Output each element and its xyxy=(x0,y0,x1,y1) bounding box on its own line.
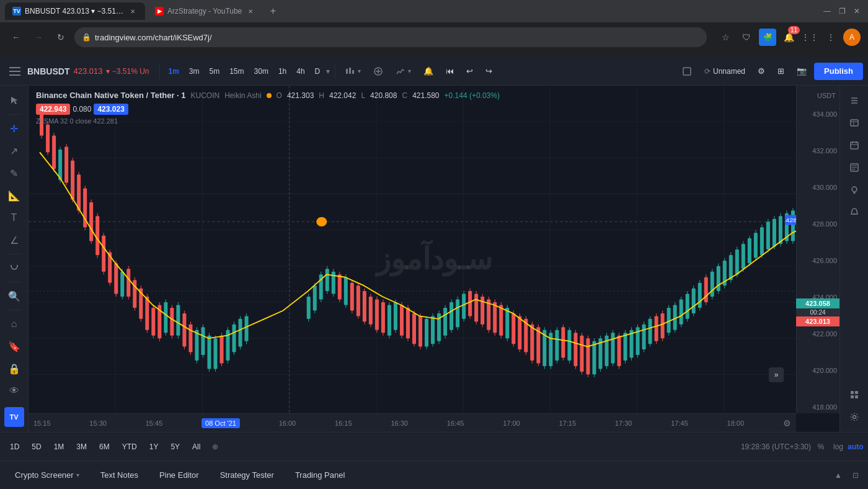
interval-5m[interactable]: 5m xyxy=(206,63,224,80)
browser-tab-2[interactable]: ▶ ArzStrategy - YouTube ✕ xyxy=(148,2,263,20)
auto-toggle[interactable]: auto xyxy=(848,439,863,454)
percent-toggle[interactable]: % xyxy=(813,439,828,454)
chart-type-button[interactable]: ▾ xyxy=(340,63,366,80)
period-ytd[interactable]: YTD xyxy=(117,438,142,455)
footer-expand[interactable]: ⊡ xyxy=(848,468,863,483)
restore-button[interactable]: ❐ xyxy=(836,5,848,17)
period-3m[interactable]: 3M xyxy=(71,438,92,455)
settings-loading-button[interactable]: ⟳ Unnamed xyxy=(699,63,750,80)
tab-close-2[interactable]: ✕ xyxy=(246,6,255,16)
crypto-screener-arrow: ▾ xyxy=(76,472,79,478)
tab-favicon-1: TV xyxy=(12,7,21,16)
chart-area[interactable]: Binance Chain Native Token / Tether · 1 … xyxy=(29,86,839,432)
compare-button[interactable] xyxy=(368,63,388,80)
bookmark-button[interactable]: ☆ xyxy=(717,29,734,46)
period-6m[interactable]: 6M xyxy=(94,438,115,455)
interval-D[interactable]: D xyxy=(311,63,324,80)
period-1y[interactable]: 1Y xyxy=(144,438,164,455)
svg-rect-1 xyxy=(9,71,20,72)
ideas-btn[interactable] xyxy=(844,180,864,200)
alert-icon: 🔔 xyxy=(423,66,433,76)
interval-1h[interactable]: 1h xyxy=(275,63,290,80)
trend-line-tool[interactable]: ↗ xyxy=(4,141,24,161)
watchlist-tool[interactable]: ⌂ xyxy=(4,314,24,334)
magnet-tool[interactable] xyxy=(4,258,24,278)
publish-button[interactable]: Publish xyxy=(814,63,863,80)
interval-4h[interactable]: 4h xyxy=(293,63,308,80)
footer-tab-pine-editor[interactable]: Pine Editor xyxy=(149,465,209,485)
pattern-tool[interactable]: ∠ xyxy=(4,230,24,250)
back-button[interactable]: ← xyxy=(7,29,25,46)
symbol-change: ▾ −3.51% Un xyxy=(106,67,149,76)
lock-tool[interactable]: 🔒 xyxy=(4,359,24,379)
tv-bottom-bar: 1D 5D 1M 3M 6M YTD 1Y 5Y All ⊕ 19:28:36 … xyxy=(0,432,868,460)
compare-period-btn[interactable]: ⊕ xyxy=(208,439,223,454)
ohlc-c-label: C xyxy=(402,91,407,100)
refresh-button[interactable]: ↻ xyxy=(52,29,69,46)
settings-right-btn[interactable] xyxy=(844,407,864,427)
forward-button[interactable]: → xyxy=(30,29,47,46)
log-toggle[interactable]: log xyxy=(831,439,846,454)
zoom-tool[interactable]: 🔍 xyxy=(4,286,24,306)
symbol-info[interactable]: BNBUSDT 423.013 ▾ −3.51% Un xyxy=(27,66,149,76)
alerts-side-tool[interactable]: 🔖 xyxy=(4,336,24,356)
time-settings-icon[interactable]: ⚙ xyxy=(783,418,791,428)
period-5d[interactable]: 5D xyxy=(27,438,46,455)
more-tools-btn[interactable] xyxy=(844,385,864,405)
calendar-btn[interactable] xyxy=(844,135,864,155)
period-1m[interactable]: 1M xyxy=(49,438,69,455)
news-btn[interactable] xyxy=(844,158,864,177)
price-input-left[interactable]: 422.943 xyxy=(36,104,70,115)
undo-button[interactable]: ↩ xyxy=(461,63,478,80)
collapse-arrow[interactable]: » xyxy=(769,367,784,382)
chart-title-row: Binance Chain Native Token / Tether · 1 … xyxy=(36,91,832,100)
alerts-right-btn[interactable] xyxy=(844,202,864,222)
period-all[interactable]: All xyxy=(187,438,205,455)
footer-tab-trading-panel[interactable]: Trading Panel xyxy=(285,465,355,485)
window-controls: — ❐ ✕ xyxy=(821,5,863,17)
tv-logo-bottom[interactable]: TV xyxy=(4,407,24,427)
minimize-button[interactable]: — xyxy=(821,5,833,17)
watchlist-right-btn[interactable] xyxy=(844,91,864,110)
extension-button[interactable]: 🧩 xyxy=(759,29,776,46)
extensions-button[interactable]: ⋮⋮ xyxy=(801,29,818,46)
footer-tab-crypto-screener[interactable]: Crypto Screener ▾ xyxy=(5,465,89,485)
tv-menu-button[interactable] xyxy=(5,61,25,81)
layout-button[interactable]: ⊞ xyxy=(773,63,789,80)
close-button[interactable]: ✕ xyxy=(851,5,863,17)
period-5y[interactable]: 5Y xyxy=(166,438,185,455)
profile-notifications[interactable]: 🔔 11 xyxy=(780,29,797,46)
cursor-tool[interactable] xyxy=(4,91,24,110)
interval-3m[interactable]: 3m xyxy=(185,63,203,80)
interval-more[interactable]: ▾ xyxy=(326,67,330,76)
indicators-button[interactable]: ▾ xyxy=(391,63,416,80)
new-tab-button[interactable]: + xyxy=(265,4,280,19)
interval-15m[interactable]: 15m xyxy=(226,63,247,80)
interval-30m[interactable]: 30m xyxy=(250,63,272,80)
footer-tab-strategy-tester[interactable]: Strategy Tester xyxy=(210,465,284,485)
footer-tab-text-notes[interactable]: Text Notes xyxy=(91,465,148,485)
text-tool[interactable]: T xyxy=(4,208,24,228)
period-1d[interactable]: 1D xyxy=(5,438,24,455)
data-window-btn[interactable] xyxy=(844,113,864,133)
footer-collapse-up[interactable]: ▲ xyxy=(831,468,846,483)
snapshot-button[interactable]: 📷 xyxy=(792,63,812,80)
interval-1m[interactable]: 1m xyxy=(165,63,183,80)
draw-tool[interactable]: ✎ xyxy=(4,163,24,183)
crosshair-tool[interactable]: ✛ xyxy=(4,119,24,138)
settings-button[interactable]: ⚙ xyxy=(753,63,770,80)
redo-button[interactable]: ↪ xyxy=(480,63,497,80)
address-bar[interactable]: 🔒 tradingview.com/chart/iKSEwd7j/ xyxy=(74,27,707,47)
price-input-right[interactable]: 423.023 xyxy=(94,104,128,115)
browser-tab-1[interactable]: TV BNBUSDT 423.013 ▾ −3.51% Ur... ✕ xyxy=(5,2,145,20)
profile-button[interactable]: A xyxy=(843,29,861,46)
browser-titlebar: TV BNBUSDT 423.013 ▾ −3.51% Ur... ✕ ▶ Ar… xyxy=(0,0,868,22)
replay-button[interactable]: ⏮ xyxy=(441,63,459,80)
eye-tool[interactable]: 👁 xyxy=(4,381,24,401)
alerts-button[interactable]: 🔔 xyxy=(418,63,438,80)
fullscreen-button[interactable] xyxy=(677,63,697,80)
tab-close-1[interactable]: ✕ xyxy=(128,6,138,16)
more-button[interactable]: ⋮ xyxy=(822,29,839,46)
price-tag-time: 00:24 xyxy=(796,308,839,316)
measure-tool[interactable]: 📐 xyxy=(4,186,24,205)
